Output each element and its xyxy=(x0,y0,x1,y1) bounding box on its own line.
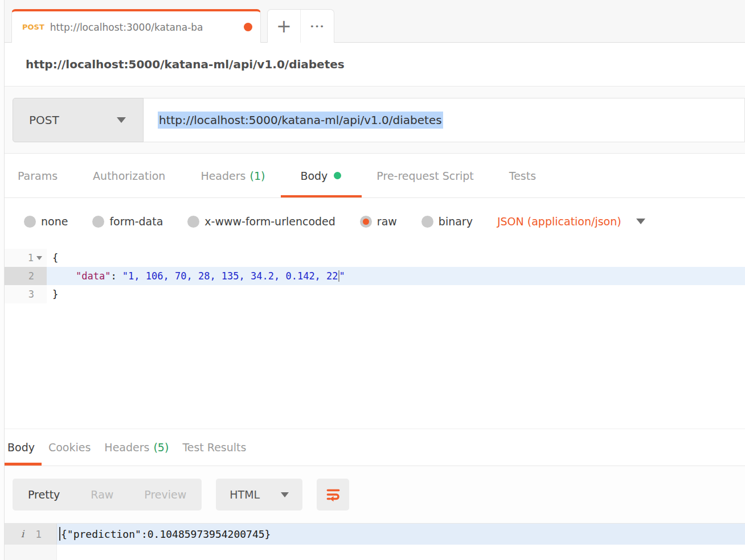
line-number: 1 xyxy=(35,524,42,545)
response-empty-row xyxy=(0,545,745,560)
response-tabs: Body Cookies Headers (5) Test Results xyxy=(0,429,745,466)
url-input[interactable]: http://localhost:5000/katana-ml/api/v1.0… xyxy=(144,98,745,142)
tab-pre-request-script[interactable]: Pre-request Script xyxy=(376,154,473,197)
editor-line-3: 3 } xyxy=(0,285,745,303)
response-toolbar: Pretty Raw Preview HTML xyxy=(0,466,745,523)
new-tab-button[interactable]: + xyxy=(268,10,301,43)
tab-authorization-label: Authorization xyxy=(93,170,165,182)
line-number: 3 xyxy=(28,285,34,303)
json-string-close: " xyxy=(339,270,345,282)
body-filled-dot-icon xyxy=(334,172,341,179)
json-key: "data" xyxy=(76,270,110,282)
code-fold-icon[interactable] xyxy=(36,256,42,260)
unsaved-dot-icon xyxy=(244,23,252,31)
chevron-down-icon xyxy=(281,492,289,497)
request-tab[interactable]: POST http://localhost:3000/katana-ba xyxy=(11,9,261,43)
radio-binary-label: binary xyxy=(439,215,473,228)
radio-form-data[interactable]: form-data xyxy=(92,215,163,228)
headers-count-badge: (1) xyxy=(249,170,265,182)
json-string-value: "1, 106, 70, 28, 135, 34.2, 0.142, 22 xyxy=(122,270,338,282)
tab-pre-request-script-label: Pre-request Script xyxy=(376,170,473,182)
text-cursor xyxy=(59,527,60,541)
request-url-bar: POST http://localhost:5000/katana-ml/api… xyxy=(0,87,745,154)
tab-body[interactable]: Body xyxy=(300,154,341,197)
response-tab-headers[interactable]: Headers (5) xyxy=(104,429,169,466)
tab-bar: POST http://localhost:3000/katana-ba + •… xyxy=(0,0,745,43)
tab-url-label: http://localhost:3000/katana-ba xyxy=(50,22,240,33)
line-number: 2 xyxy=(28,267,34,285)
radio-raw-label: raw xyxy=(377,215,397,228)
request-tabs: Params Authorization Headers (1) Body Pr… xyxy=(0,154,745,198)
tab-actions: + ••• xyxy=(267,9,334,43)
response-line-1: i 1 {"prediction":0.10485973954200745} xyxy=(0,524,745,545)
response-body-text: {"prediction":0.10485973954200745} xyxy=(57,524,745,545)
tab-tests-label: Tests xyxy=(509,170,536,182)
body-type-row: none form-data x-www-form-urlencoded raw… xyxy=(0,198,745,245)
tab-body-label: Body xyxy=(300,170,328,182)
editor-code-active-line[interactable]: "data": "1, 106, 70, 28, 135, 34.2, 0.14… xyxy=(47,267,745,285)
preview-button[interactable]: Preview xyxy=(129,488,202,501)
tab-headers-label: Headers xyxy=(200,170,245,182)
response-gutter: i 1 xyxy=(0,524,57,545)
active-tab-underline xyxy=(281,195,362,197)
view-mode-group: Pretty Raw Preview xyxy=(13,479,202,510)
info-icon[interactable]: i xyxy=(21,524,24,545)
format-select-value: HTML xyxy=(230,488,260,501)
raw-button[interactable]: Raw xyxy=(75,488,129,501)
editor-line-1: 1 { xyxy=(0,249,745,267)
editor-code[interactable]: } xyxy=(47,285,745,303)
sidebar-edge xyxy=(0,0,5,560)
wrap-text-button[interactable] xyxy=(317,479,349,510)
response-tab-cookies[interactable]: Cookies xyxy=(48,429,91,466)
request-title-url: http://localhost:5000/katana-ml/api/v1.0… xyxy=(26,57,345,71)
method-select-value: POST xyxy=(29,113,59,127)
radio-none-label: none xyxy=(41,215,68,228)
pretty-button[interactable]: Pretty xyxy=(13,488,75,501)
editor-gutter-active: 2 xyxy=(0,267,47,285)
radio-x-www-form-urlencoded[interactable]: x-www-form-urlencoded xyxy=(187,215,335,228)
radio-raw[interactable]: raw xyxy=(360,215,397,228)
editor-code[interactable]: { xyxy=(47,249,745,267)
wrap-text-icon xyxy=(325,487,342,503)
editor-gutter: 1 xyxy=(0,249,47,267)
editor-line-2: 2 "data": "1, 106, 70, 28, 135, 34.2, 0.… xyxy=(0,267,745,285)
more-options-icon[interactable]: ••• xyxy=(301,10,334,43)
format-select[interactable]: HTML xyxy=(216,479,302,510)
tab-method-label: POST xyxy=(22,23,44,31)
radio-icon xyxy=(421,216,433,228)
radio-none[interactable]: none xyxy=(24,215,68,228)
request-title-row: http://localhost:5000/katana-ml/api/v1.0… xyxy=(0,43,745,87)
radio-icon xyxy=(187,216,199,228)
active-tab-underline xyxy=(1,463,42,466)
method-select[interactable]: POST xyxy=(13,98,144,142)
radio-binary[interactable]: binary xyxy=(421,215,473,228)
response-tab-body[interactable]: Body xyxy=(7,429,35,466)
url-input-selected-text: http://localhost:5000/katana-ml/api/v1.0… xyxy=(158,112,443,129)
radio-form-data-label: form-data xyxy=(109,215,163,228)
request-body-editor[interactable]: 1 { 2 "data": "1, 106, 70, 28, 135, 34.2… xyxy=(0,245,745,429)
response-tab-test-results-label: Test Results xyxy=(182,441,246,454)
tab-headers[interactable]: Headers (1) xyxy=(200,154,265,197)
tab-authorization[interactable]: Authorization xyxy=(93,154,165,197)
response-viewer: i 1 {"prediction":0.10485973954200745} xyxy=(0,523,745,560)
tab-params-label: Params xyxy=(18,170,58,182)
chevron-down-icon xyxy=(117,117,126,123)
editor-gutter: 3 xyxy=(0,285,47,303)
postman-window: POST http://localhost:3000/katana-ba + •… xyxy=(0,0,745,560)
tab-params[interactable]: Params xyxy=(18,154,58,197)
chevron-down-icon xyxy=(636,219,645,224)
response-tab-test-results[interactable]: Test Results xyxy=(182,429,246,466)
radio-icon xyxy=(24,216,36,228)
response-tab-body-label: Body xyxy=(7,441,35,454)
radio-icon xyxy=(92,216,104,228)
content-type-value: JSON (application/json) xyxy=(497,215,621,228)
radio-selected-icon xyxy=(360,216,372,228)
tab-tests[interactable]: Tests xyxy=(509,154,536,197)
response-gutter xyxy=(0,545,57,560)
response-tab-headers-label: Headers xyxy=(104,441,149,454)
response-tab-cookies-label: Cookies xyxy=(48,441,91,454)
response-headers-count-badge: (5) xyxy=(153,441,169,454)
radio-x-www-form-urlencoded-label: x-www-form-urlencoded xyxy=(204,215,335,228)
line-number: 1 xyxy=(28,249,34,267)
content-type-select[interactable]: JSON (application/json) xyxy=(497,215,645,228)
